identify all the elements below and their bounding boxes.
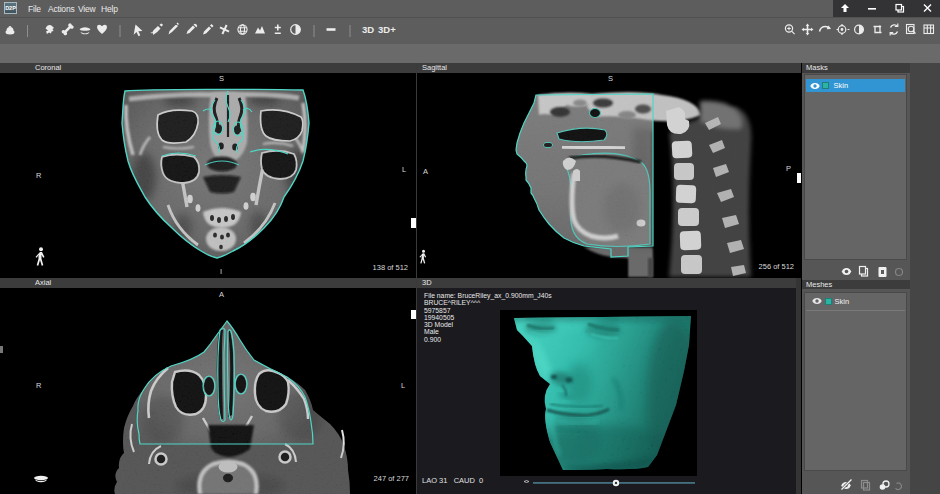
svg-text:3D+: 3D+ xyxy=(378,24,396,35)
svg-text:3D: 3D xyxy=(362,24,374,35)
